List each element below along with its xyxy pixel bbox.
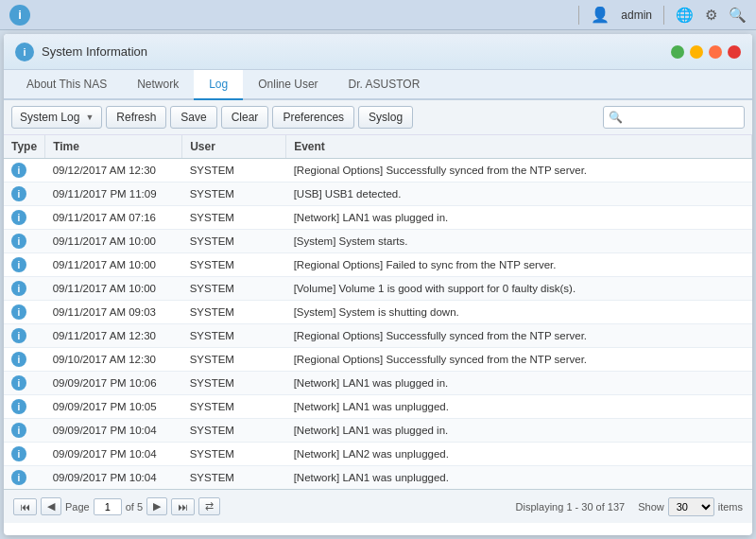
window-info-icon: i [15, 43, 34, 61]
cell-event: [Network] LAN1 was unplugged. [286, 395, 752, 419]
window-controls [671, 45, 741, 59]
search-wrapper: 🔍 [603, 106, 745, 129]
refresh-button[interactable]: Refresh [106, 106, 166, 129]
cell-event: [USB] USB1 detected. [286, 183, 752, 206]
cell-type: i [4, 466, 45, 490]
page-input[interactable] [94, 498, 122, 515]
clear-button[interactable]: Clear [221, 106, 269, 129]
tab-network[interactable]: Network [122, 70, 194, 100]
cell-type: i [4, 348, 45, 372]
cell-event: [Regional Options] Failed to sync from t… [286, 253, 752, 277]
window-title: System Information [42, 44, 147, 59]
table-row: i 09/09/2017 PM 10:04 SYSTEM [Network] L… [4, 466, 752, 490]
table-row: i 09/11/2017 AM 07:16 SYSTEM [Network] L… [4, 206, 752, 230]
cell-user: SYSTEM [182, 253, 286, 277]
save-button[interactable]: Save [170, 106, 216, 129]
next-page-button[interactable]: ▶ [146, 497, 167, 515]
cell-time: 09/09/2017 PM 10:04 [45, 466, 182, 490]
type-info-icon: i [11, 328, 26, 343]
cell-user: SYSTEM [182, 372, 286, 395]
cell-time: 09/11/2017 AM 10:00 [45, 277, 182, 301]
items-label: items [718, 501, 743, 513]
tab-log[interactable]: Log [194, 70, 243, 100]
window-control-restore[interactable] [709, 45, 722, 59]
displaying-text: Displaying 1 - 30 of 137 [516, 501, 626, 513]
col-event: Event [286, 135, 752, 159]
cell-type: i [4, 159, 45, 183]
cell-time: 09/09/2017 PM 10:04 [45, 419, 182, 443]
page-label: Page [65, 501, 90, 513]
type-info-icon: i [11, 210, 26, 225]
cell-user: SYSTEM [182, 206, 286, 230]
type-info-icon: i [11, 257, 26, 272]
type-info-icon: i [11, 352, 26, 367]
cell-user: SYSTEM [182, 277, 286, 301]
tab-about[interactable]: About This NAS [11, 70, 122, 100]
col-time: Time [45, 135, 182, 159]
cell-time: 09/11/2017 AM 07:16 [45, 206, 182, 230]
dropdown-arrow-icon: ▼ [85, 113, 94, 122]
tab-dr-asustor[interactable]: Dr. ASUSTOR [334, 70, 436, 100]
cell-event: [Network] LAN1 was plugged in. [286, 372, 752, 395]
search-magnifier-icon: 🔍 [609, 111, 623, 124]
window-control-maximize[interactable] [690, 45, 703, 59]
top-bar: i 👤 admin 🌐 ⚙ 🔍 [0, 0, 756, 30]
cell-type: i [4, 253, 45, 277]
window-control-minimize[interactable] [671, 45, 684, 59]
type-info-icon: i [11, 470, 26, 485]
cell-user: SYSTEM [182, 324, 286, 348]
preferences-button[interactable]: Preferences [272, 106, 354, 129]
table-row: i 09/09/2017 PM 10:05 SYSTEM [Network] L… [4, 395, 752, 419]
col-user: User [182, 135, 286, 159]
table-row: i 09/11/2017 AM 10:00 SYSTEM [System] Sy… [4, 230, 752, 253]
top-bar-left: i [9, 5, 30, 26]
search-icon: 🔍 [729, 7, 747, 24]
cell-user: SYSTEM [182, 230, 286, 253]
syslog-button[interactable]: Syslog [358, 106, 413, 129]
user-icon: 👤 [591, 6, 610, 24]
table-row: i 09/09/2017 PM 10:04 SYSTEM [Network] L… [4, 419, 752, 443]
window-control-close[interactable] [728, 45, 741, 59]
cell-event: [Regional Options] Successfully synced f… [286, 159, 752, 183]
type-info-icon: i [11, 304, 26, 320]
last-page-button[interactable]: ⏭ [171, 498, 195, 515]
dropdown-label: System Log [20, 111, 79, 124]
first-page-button[interactable]: ⏮ [13, 498, 37, 515]
cell-type: i [4, 206, 45, 230]
log-type-dropdown[interactable]: System Log ▼ [11, 106, 102, 129]
cell-type: i [4, 230, 45, 253]
cell-type: i [4, 419, 45, 443]
table-row: i 09/10/2017 AM 12:30 SYSTEM [Regional O… [4, 348, 752, 372]
log-table-wrap: Type Time User Event i 09/12/2017 AM 12:… [4, 135, 752, 489]
cell-event: [Network] LAN1 was unplugged. [286, 466, 752, 490]
table-row: i 09/11/2017 AM 12:30 SYSTEM [Regional O… [4, 324, 752, 348]
pagination-bar: ⏮ ◀ Page of 5 ▶ ⏭ ⇄ Displaying 1 - 30 of… [4, 489, 752, 523]
type-info-icon: i [11, 375, 26, 391]
table-row: i 09/09/2017 PM 10:04 SYSTEM [Network] L… [4, 443, 752, 466]
cell-event: [System] System starts. [286, 230, 752, 253]
cell-event: [Volume] Volume 1 is good with support f… [286, 277, 752, 301]
globe-icon: 🌐 [676, 7, 694, 24]
log-table: Type Time User Event i 09/12/2017 AM 12:… [4, 135, 752, 489]
type-info-icon: i [11, 446, 26, 461]
table-row: i 09/09/2017 PM 10:06 SYSTEM [Network] L… [4, 372, 752, 395]
prev-page-button[interactable]: ◀ [41, 497, 61, 515]
type-info-icon: i [11, 234, 26, 249]
tab-online-user[interactable]: Online User [243, 70, 333, 100]
cell-user: SYSTEM [182, 443, 286, 466]
items-per-page-select[interactable]: 30 50 100 [668, 497, 714, 516]
cell-time: 09/10/2017 AM 12:30 [45, 348, 182, 372]
table-header: Type Time User Event [4, 135, 752, 159]
type-info-icon: i [11, 423, 26, 438]
search-input[interactable] [603, 106, 745, 129]
show-label: Show [638, 501, 664, 513]
table-row: i 09/11/2017 AM 10:00 SYSTEM [Regional O… [4, 253, 752, 277]
cell-event: [Regional Options] Successfully synced f… [286, 348, 752, 372]
window-title-left: i System Information [15, 43, 147, 61]
type-info-icon: i [11, 163, 26, 178]
table-row: i 09/11/2017 AM 10:00 SYSTEM [Volume] Vo… [4, 277, 752, 301]
app-icon: i [9, 5, 30, 26]
type-info-icon: i [11, 186, 26, 201]
cell-time: 09/11/2017 AM 09:03 [45, 301, 182, 324]
refresh-page-button[interactable]: ⇄ [198, 497, 220, 515]
